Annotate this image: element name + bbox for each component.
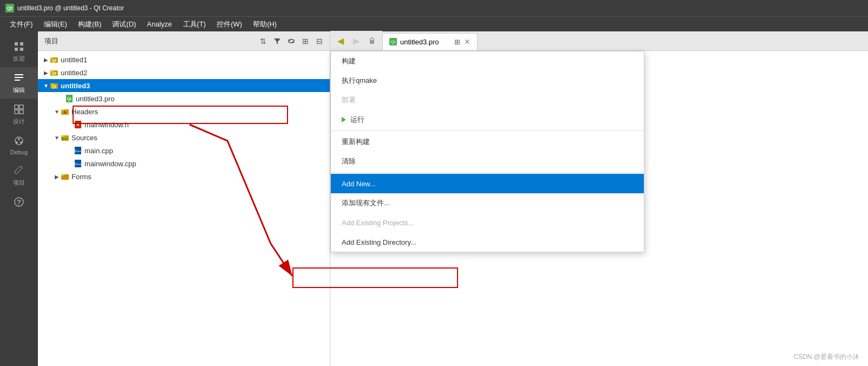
qt-folder-icon-3: Qt	[50, 81, 58, 90]
h-file-icon: h	[74, 120, 82, 129]
svg-rect-0	[15, 42, 18, 45]
lock-button[interactable]	[365, 34, 379, 47]
separator-1	[331, 130, 644, 131]
filter-button[interactable]	[271, 35, 283, 47]
svg-rect-10	[19, 110, 23, 114]
expand-arrow-untitled2: ▶	[42, 69, 50, 76]
tree-item-untitled1[interactable]: ▶ Qt untitled1	[38, 53, 330, 66]
svg-rect-43	[370, 40, 374, 44]
ctx-deploy: 部署	[331, 90, 644, 110]
svg-text:C++: C++	[75, 149, 81, 153]
pro-file-icon: Qt	[65, 94, 74, 103]
watermark: CSDN @爱看书的小沐	[793, 352, 859, 362]
tree-item-mainwindow-h[interactable]: ▶ h mainwindow.h	[38, 118, 330, 131]
svg-rect-3	[20, 48, 23, 51]
sidebar-item-help[interactable]: ?	[0, 191, 38, 214]
ctx-run[interactable]: 运行	[331, 110, 644, 129]
tree-item-sources[interactable]: ▼ C++ Sources	[38, 131, 330, 144]
sidebar-item-debug[interactable]: Debug	[0, 130, 38, 160]
svg-text:h: h	[64, 110, 67, 115]
ctx-add-existing-projects: Add Existing Projects...	[331, 213, 644, 232]
tree-item-pro[interactable]: ▶ Qt untitled3.pro	[38, 92, 330, 105]
ctx-add-existing-file[interactable]: 添加现有文件...	[331, 193, 644, 213]
back-button[interactable]: ◀	[334, 34, 348, 47]
sort-button[interactable]: ⇅	[257, 35, 269, 47]
editor-tab-pro[interactable]: Qt untitled3.pro ⊞ ✕	[382, 33, 478, 50]
project-label: 项目	[13, 179, 25, 187]
link-button[interactable]	[285, 35, 297, 47]
ctx-run-label: 运行	[350, 115, 364, 125]
tree-item-untitled2[interactable]: ▶ Qt untitled2	[38, 66, 330, 79]
menu-help[interactable]: 帮助(H)	[247, 17, 282, 31]
sidebar: 欢迎 编辑 设计	[0, 31, 38, 366]
svg-rect-5	[15, 77, 23, 78]
tree-item-forms[interactable]: ▶ Forms	[38, 170, 330, 183]
tab-split-button[interactable]: ⊞	[453, 37, 462, 46]
app-icon: Qt	[5, 4, 14, 12]
tree-item-untitled3[interactable]: ▼ Qt untitled3	[38, 79, 330, 92]
ctx-add-new[interactable]: Add New...	[331, 174, 644, 193]
forward-arrow-icon: ▶	[353, 36, 360, 46]
forward-button[interactable]: ▶	[349, 34, 363, 47]
menu-edit[interactable]: 编辑(E)	[38, 17, 73, 31]
menu-debug[interactable]: 调试(D)	[107, 17, 141, 31]
ctx-add-existing-dir[interactable]: Add Existing Directory...	[331, 232, 644, 252]
expand-arrow-untitled1: ▶	[42, 56, 50, 63]
svg-text:?: ?	[17, 198, 21, 206]
cpp-file-icon-1: C++	[74, 146, 82, 155]
tab-close-button[interactable]: ✕	[464, 37, 471, 46]
cpp-folder-icon: C++	[61, 133, 69, 142]
menu-controls[interactable]: 控件(W)	[211, 17, 247, 31]
menu-analyze[interactable]: Analyze	[141, 18, 177, 30]
view-button[interactable]: ⊟	[314, 35, 325, 47]
expand-arrow-headers: ▼	[53, 108, 61, 115]
svg-text:h: h	[77, 122, 80, 127]
grid-icon	[12, 40, 25, 53]
svg-rect-9	[15, 110, 18, 114]
tab-qt-icon: Qt	[389, 38, 397, 45]
tab-label-pro: untitled3.pro	[400, 38, 439, 46]
title-bar: Qt untitled3.pro @ untitled3 - Qt Creato…	[0, 0, 868, 16]
sidebar-item-welcome[interactable]: 欢迎	[0, 36, 38, 67]
menu-build[interactable]: 构建(B)	[73, 17, 107, 31]
debug-label: Debug	[10, 149, 28, 155]
design-icon	[12, 103, 25, 116]
tree-label-untitled3: untitled3	[61, 82, 90, 90]
svg-rect-8	[19, 105, 23, 109]
welcome-label: 欢迎	[13, 55, 25, 63]
tree-item-main-cpp[interactable]: ▶ C++ main.cpp	[38, 144, 330, 157]
tree-label-untitled1: untitled1	[61, 56, 87, 64]
debug-icon	[12, 134, 25, 147]
h-folder-icon: h	[61, 107, 69, 116]
panel-toolbar: 项目 ⇅ ⊞ ⊟	[38, 31, 330, 51]
ctx-rebuild[interactable]: 重新构建	[331, 132, 644, 152]
run-icon	[342, 117, 346, 122]
svg-point-12	[18, 138, 20, 140]
tree-item-mainwindow-cpp[interactable]: ▶ C++ mainwindow.cpp	[38, 157, 330, 170]
menu-tools[interactable]: 工具(T)	[178, 17, 212, 31]
wrench-icon	[12, 164, 25, 177]
ctx-clean[interactable]: 清除	[331, 152, 644, 171]
sidebar-item-design[interactable]: 设计	[0, 99, 38, 130]
svg-rect-6	[15, 80, 20, 81]
back-arrow-icon: ◀	[337, 36, 344, 46]
tree-label-headers: Headers	[71, 108, 98, 116]
ctx-build[interactable]: 构建	[331, 51, 644, 71]
svg-text:Qt: Qt	[52, 71, 56, 76]
main-layout: 欢迎 编辑 设计	[0, 31, 868, 366]
panel-title: 项目	[42, 36, 255, 46]
tree-label-untitled2: untitled2	[61, 69, 87, 77]
sidebar-item-edit[interactable]: 编辑	[0, 67, 38, 99]
edit-label: 编辑	[13, 86, 25, 94]
menu-file[interactable]: 文件(F)	[4, 17, 38, 31]
tree-label-main-cpp: main.cpp	[84, 147, 113, 155]
menu-bar: 文件(F) 编辑(E) 构建(B) 调试(D) Analyze 工具(T) 控件…	[0, 16, 868, 31]
forms-folder-icon	[61, 172, 69, 181]
svg-point-14	[20, 141, 22, 143]
tree-label-sources: Sources	[71, 134, 97, 142]
svg-rect-2	[15, 48, 18, 51]
add-button[interactable]: ⊞	[299, 35, 311, 47]
ctx-qmake[interactable]: 执行qmake	[331, 71, 644, 90]
tree-item-headers[interactable]: ▼ h Headers	[38, 105, 330, 118]
sidebar-item-project[interactable]: 项目	[0, 160, 38, 191]
